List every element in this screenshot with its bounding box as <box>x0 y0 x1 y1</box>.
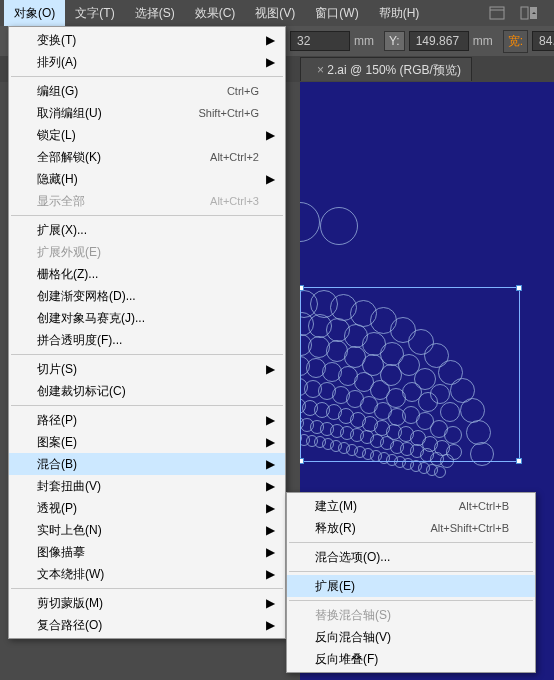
submenu-replace-spine: 替换混合轴(S) <box>287 604 535 626</box>
menu-hide[interactable]: 隐藏(H)▶ <box>9 168 285 190</box>
value-1[interactable]: 32 <box>290 31 350 51</box>
chevron-right-icon: ▶ <box>266 618 275 632</box>
width-value[interactable]: 84.643 <box>532 31 554 51</box>
chevron-right-icon: ▶ <box>266 413 275 427</box>
menu-flatten-transparency[interactable]: 拼合透明度(F)... <box>9 329 285 351</box>
menu-envelope-distort[interactable]: 封套扭曲(V)▶ <box>9 475 285 497</box>
shortcut: Alt+Ctrl+B <box>459 500 509 512</box>
chevron-right-icon: ▶ <box>266 479 275 493</box>
tab-title: 2.ai @ 150% (RGB/预览) <box>327 63 461 77</box>
separator <box>11 354 283 355</box>
menu-blend[interactable]: 混合(B)▶ <box>9 453 285 475</box>
menu-transform[interactable]: 变换(T)▶ <box>9 29 285 51</box>
handle-tl[interactable] <box>300 285 304 291</box>
chevron-right-icon: ▶ <box>266 362 275 376</box>
separator <box>289 600 533 601</box>
menu-expand-appearance: 扩展外观(E) <box>9 241 285 263</box>
menu-object[interactable]: 对象(O) <box>4 0 65 26</box>
unit-2: mm <box>473 34 493 48</box>
submenu-reverse-front-back[interactable]: 反向堆叠(F) <box>287 648 535 670</box>
menu-show-all: 显示全部Alt+Ctrl+3 <box>9 190 285 212</box>
menu-pattern[interactable]: 图案(E)▶ <box>9 431 285 453</box>
separator <box>289 571 533 572</box>
selection-bounds[interactable] <box>300 287 520 462</box>
unit-1: mm <box>354 34 374 48</box>
shortcut: Alt+Ctrl+2 <box>210 151 259 163</box>
menu-compound-path[interactable]: 复合路径(O)▶ <box>9 614 285 636</box>
y-value[interactable]: 149.867 <box>409 31 469 51</box>
chevron-right-icon: ▶ <box>266 523 275 537</box>
tab-close-icon[interactable]: × <box>317 63 324 77</box>
menu-effect[interactable]: 效果(C) <box>185 0 246 26</box>
menu-lock[interactable]: 锁定(L)▶ <box>9 124 285 146</box>
arrange-icon[interactable] <box>518 4 540 22</box>
shortcut: Ctrl+G <box>227 85 259 97</box>
menu-rasterize[interactable]: 栅格化(Z)... <box>9 263 285 285</box>
menu-type[interactable]: 文字(T) <box>65 0 124 26</box>
handle-bl[interactable] <box>300 458 304 464</box>
menubar: 对象(O) 文字(T) 选择(S) 效果(C) 视图(V) 窗口(W) 帮助(H… <box>0 0 554 26</box>
menu-text-wrap[interactable]: 文本绕排(W)▶ <box>9 563 285 585</box>
menu-help[interactable]: 帮助(H) <box>369 0 430 26</box>
menu-gradient-mesh[interactable]: 创建渐变网格(D)... <box>9 285 285 307</box>
chevron-right-icon: ▶ <box>266 435 275 449</box>
menu-perspective[interactable]: 透视(P)▶ <box>9 497 285 519</box>
separator <box>11 588 283 589</box>
chevron-right-icon: ▶ <box>266 596 275 610</box>
chevron-right-icon: ▶ <box>266 457 275 471</box>
submenu-reverse-spine[interactable]: 反向混合轴(V) <box>287 626 535 648</box>
submenu-make[interactable]: 建立(M)Alt+Ctrl+B <box>287 495 535 517</box>
shortcut: Alt+Ctrl+3 <box>210 195 259 207</box>
svg-rect-2 <box>521 7 528 19</box>
width-label: 宽: <box>503 30 528 53</box>
handle-br[interactable] <box>516 458 522 464</box>
menu-crop-marks[interactable]: 创建裁切标记(C) <box>9 380 285 402</box>
menu-expand[interactable]: 扩展(X)... <box>9 219 285 241</box>
menu-image-trace[interactable]: 图像描摹▶ <box>9 541 285 563</box>
menu-unlock-all[interactable]: 全部解锁(K)Alt+Ctrl+2 <box>9 146 285 168</box>
menu-slice[interactable]: 切片(S)▶ <box>9 358 285 380</box>
chevron-right-icon: ▶ <box>266 33 275 47</box>
menu-path[interactable]: 路径(P)▶ <box>9 409 285 431</box>
submenu-blend-options[interactable]: 混合选项(O)... <box>287 546 535 568</box>
shortcut: Shift+Ctrl+G <box>198 107 259 119</box>
separator <box>11 215 283 216</box>
menu-arrange[interactable]: 排列(A)▶ <box>9 51 285 73</box>
menu-group[interactable]: 编组(G)Ctrl+G <box>9 80 285 102</box>
chevron-right-icon: ▶ <box>266 128 275 142</box>
submenu-release[interactable]: 释放(R)Alt+Shift+Ctrl+B <box>287 517 535 539</box>
menu-ungroup[interactable]: 取消编组(U)Shift+Ctrl+G <box>9 102 285 124</box>
chevron-right-icon: ▶ <box>266 545 275 559</box>
handle-tr[interactable] <box>516 285 522 291</box>
separator <box>289 542 533 543</box>
document-tab[interactable]: × 2.ai @ 150% (RGB/预览) <box>300 57 472 81</box>
y-label: Y: <box>384 31 405 51</box>
menu-select[interactable]: 选择(S) <box>125 0 185 26</box>
menu-view[interactable]: 视图(V) <box>245 0 305 26</box>
separator <box>11 405 283 406</box>
chevron-right-icon: ▶ <box>266 55 275 69</box>
chevron-right-icon: ▶ <box>266 501 275 515</box>
doc-setup-icon[interactable] <box>486 4 508 22</box>
blend-submenu: 建立(M)Alt+Ctrl+B 释放(R)Alt+Shift+Ctrl+B 混合… <box>286 492 536 673</box>
svg-rect-0 <box>490 7 504 19</box>
menu-object-mosaic[interactable]: 创建对象马赛克(J)... <box>9 307 285 329</box>
shortcut: Alt+Shift+Ctrl+B <box>430 522 509 534</box>
chevron-right-icon: ▶ <box>266 172 275 186</box>
chevron-right-icon: ▶ <box>266 567 275 581</box>
submenu-expand[interactable]: 扩展(E) <box>287 575 535 597</box>
menu-live-paint[interactable]: 实时上色(N)▶ <box>9 519 285 541</box>
menu-clipping-mask[interactable]: 剪切蒙版(M)▶ <box>9 592 285 614</box>
menu-window[interactable]: 窗口(W) <box>305 0 368 26</box>
object-menu-dropdown: 变换(T)▶ 排列(A)▶ 编组(G)Ctrl+G 取消编组(U)Shift+C… <box>8 26 286 639</box>
separator <box>11 76 283 77</box>
